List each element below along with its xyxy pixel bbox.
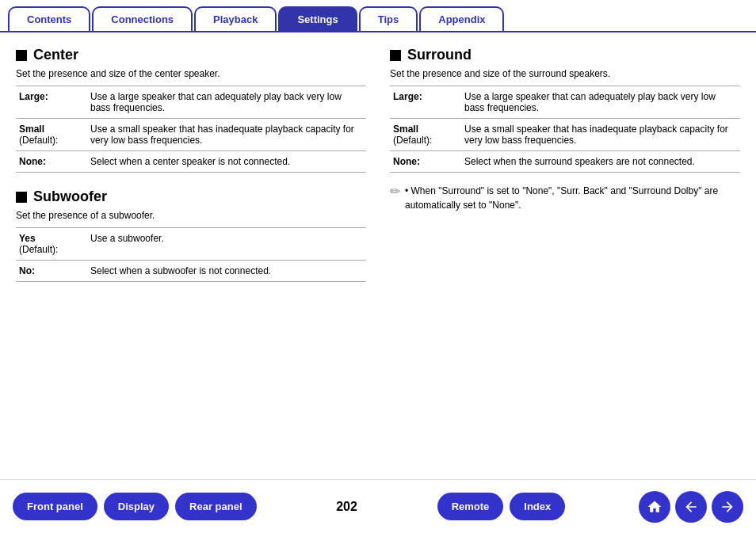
surround-title: Surround bbox=[407, 47, 472, 63]
display-button[interactable]: Display bbox=[104, 493, 169, 520]
surround-section-icon bbox=[390, 50, 401, 61]
note-text: • When "Surround" is set to "None", "Sur… bbox=[405, 184, 740, 212]
nav-tabs: Contents Connections Playback Settings T… bbox=[0, 6, 756, 32]
center-large-text: Use a large speaker that can adequately … bbox=[87, 86, 366, 119]
front-panel-button[interactable]: Front panel bbox=[13, 493, 97, 520]
surr-small-text: Use a small speaker that has inadequate … bbox=[461, 119, 740, 151]
surround-section-heading: Surround bbox=[390, 47, 740, 63]
tab-tips[interactable]: Tips bbox=[359, 6, 418, 31]
table-row: None: Select when the surround speakers … bbox=[390, 151, 740, 173]
main-content: Center Set the presence and size of the … bbox=[0, 32, 756, 290]
remote-button[interactable]: Remote bbox=[437, 493, 504, 520]
table-row: Large: Use a large speaker that can adeq… bbox=[390, 86, 740, 119]
table-row: Small (Default): Use a small speaker tha… bbox=[16, 119, 366, 151]
surr-small-label: Small (Default): bbox=[390, 119, 461, 151]
tab-connections[interactable]: Connections bbox=[92, 6, 193, 31]
forward-arrow-icon bbox=[720, 499, 735, 515]
back-button[interactable] bbox=[675, 491, 707, 523]
table-row: No: Select when a subwoofer is not conne… bbox=[16, 261, 366, 282]
page-number: 202 bbox=[336, 500, 357, 514]
tab-appendix[interactable]: Appendix bbox=[419, 6, 504, 31]
right-column: Surround Set the presence and size of th… bbox=[390, 47, 740, 282]
table-row: Small (Default): Use a small speaker tha… bbox=[390, 119, 740, 151]
footer-left: Front panel Display Rear panel bbox=[13, 493, 257, 520]
subwoofer-desc: Set the presence of a subwoofer. bbox=[16, 210, 366, 221]
sub-no-label: No: bbox=[16, 261, 87, 282]
table-row: Yes (Default): Use a subwoofer. bbox=[16, 228, 366, 261]
surround-table: Large: Use a large speaker that can adeq… bbox=[390, 86, 740, 173]
table-row: Large: Use a large speaker that can adeq… bbox=[16, 86, 366, 119]
subwoofer-table: Yes (Default): Use a subwoofer. No: Sele… bbox=[16, 227, 366, 282]
subwoofer-title: Subwoofer bbox=[33, 188, 107, 205]
center-small-text: Use a small speaker that has inadequate … bbox=[87, 119, 366, 151]
footer: Front panel Display Rear panel 202 Remot… bbox=[0, 479, 756, 533]
surr-none-text: Select when the surround speakers are no… bbox=[461, 151, 740, 173]
subwoofer-section-icon bbox=[16, 192, 27, 203]
footer-center-right: Remote Index bbox=[437, 493, 566, 520]
footer-right bbox=[639, 491, 743, 523]
table-row: None: Select when a center speaker is no… bbox=[16, 151, 366, 173]
left-column: Center Set the presence and size of the … bbox=[16, 47, 366, 282]
center-small-label: Small (Default): bbox=[16, 119, 87, 151]
tab-playback[interactable]: Playback bbox=[194, 6, 277, 31]
center-large-label: Large: bbox=[16, 86, 87, 119]
center-title: Center bbox=[33, 47, 78, 63]
back-arrow-icon bbox=[683, 499, 699, 515]
center-desc: Set the presence and size of the center … bbox=[16, 68, 366, 79]
rear-panel-button[interactable]: Rear panel bbox=[175, 493, 256, 520]
sub-yes-label: Yes (Default): bbox=[16, 228, 87, 261]
center-table: Large: Use a large speaker that can adeq… bbox=[16, 86, 366, 173]
sub-no-text: Select when a subwoofer is not connected… bbox=[87, 261, 366, 282]
subwoofer-section-heading: Subwoofer bbox=[16, 188, 366, 205]
note-box: ✏ • When "Surround" is set to "None", "S… bbox=[390, 184, 740, 212]
tab-settings[interactable]: Settings bbox=[278, 6, 357, 31]
center-none-label: None: bbox=[16, 151, 87, 173]
center-none-text: Select when a center speaker is not conn… bbox=[87, 151, 366, 173]
home-icon bbox=[647, 499, 662, 515]
home-button[interactable] bbox=[639, 491, 670, 523]
center-section-heading: Center bbox=[16, 47, 366, 63]
forward-button[interactable] bbox=[712, 491, 743, 523]
sub-yes-text: Use a subwoofer. bbox=[87, 228, 366, 261]
note-pencil-icon: ✏ bbox=[390, 184, 400, 199]
surr-large-label: Large: bbox=[390, 86, 461, 119]
center-section-icon bbox=[16, 50, 27, 61]
surr-large-text: Use a large speaker that can adequately … bbox=[461, 86, 740, 119]
tab-contents[interactable]: Contents bbox=[8, 6, 90, 31]
index-button[interactable]: Index bbox=[510, 493, 565, 520]
surr-none-label: None: bbox=[390, 151, 461, 173]
surround-desc: Set the presence and size of the surroun… bbox=[390, 68, 740, 79]
